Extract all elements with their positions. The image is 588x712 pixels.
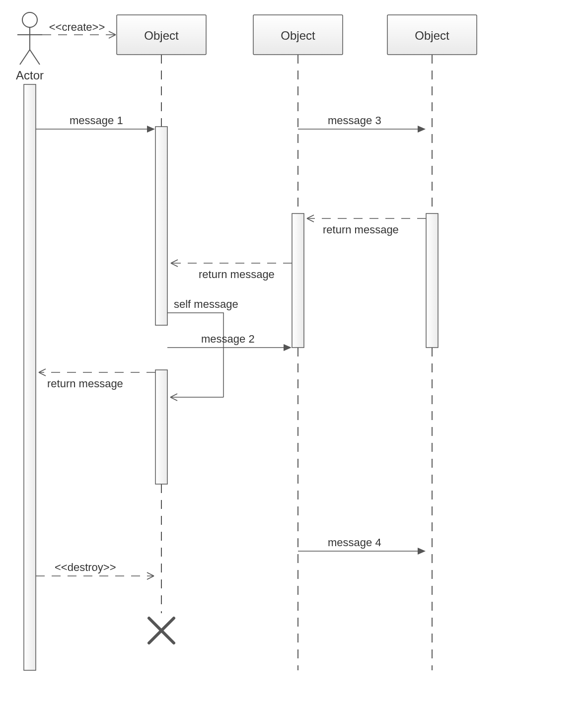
object2-label: Object <box>281 29 315 42</box>
destroy-label: <<destroy>> <box>55 561 116 573</box>
message-1-label: message 1 <box>70 114 123 127</box>
actor-figure <box>17 12 42 65</box>
self-message-out <box>167 313 223 397</box>
return-3-to-2-label: return message <box>323 223 399 236</box>
object1-activation-1 <box>155 127 167 325</box>
actor-activation <box>24 84 36 670</box>
object3-activation <box>426 214 438 348</box>
svg-point-0 <box>22 12 37 27</box>
create-label: <<create>> <box>49 21 105 33</box>
sequence-diagram: Actor Object Object Object <<create>> me… <box>0 0 588 712</box>
return-2-to-1-label: return message <box>199 268 275 281</box>
actor-label: Actor <box>16 69 44 82</box>
svg-line-4 <box>30 50 40 65</box>
message-3-label: message 3 <box>328 114 381 127</box>
destroy-icon <box>149 618 174 643</box>
svg-line-3 <box>20 50 30 65</box>
self-message-label: self message <box>174 298 238 310</box>
object2-activation <box>292 214 304 348</box>
message-4-label: message 4 <box>328 536 381 549</box>
object3-label: Object <box>415 29 449 42</box>
return-1-to-actor-label: return message <box>47 377 123 390</box>
object1-activation-2 <box>155 370 167 484</box>
message-2-label: message 2 <box>201 333 255 345</box>
object1-label: Object <box>144 29 179 42</box>
